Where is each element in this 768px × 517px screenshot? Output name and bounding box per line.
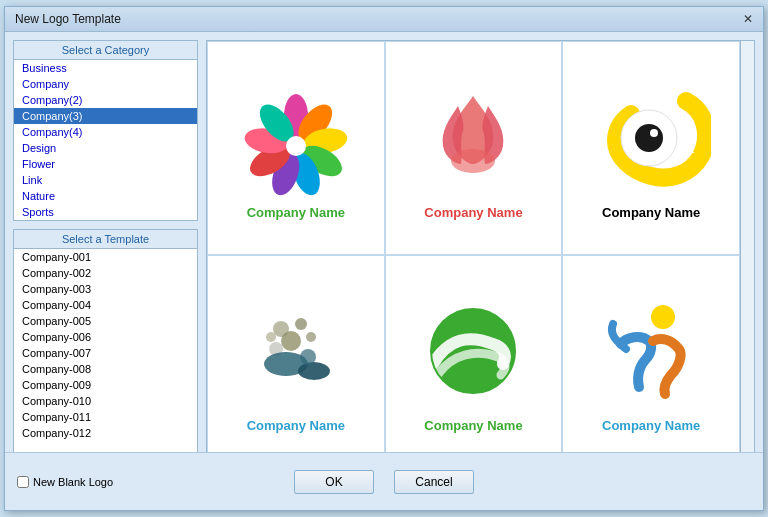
logo-graphic-1: [226, 81, 366, 201]
template-item[interactable]: Company-009: [14, 377, 197, 393]
template-item[interactable]: Company-002: [14, 265, 197, 281]
svg-point-12: [635, 124, 663, 152]
logo-name-5: Company Name: [424, 418, 522, 433]
category-label: Select a Category: [14, 41, 197, 60]
right-panel-scrollbar[interactable]: [740, 41, 754, 468]
logo-name-1: Company Name: [247, 205, 345, 220]
logo-graphic-3: [581, 81, 721, 201]
template-list-container: Company-001 Company-002 Company-003 Comp…: [14, 249, 197, 468]
close-button[interactable]: ✕: [743, 12, 753, 26]
logo-cell-1[interactable]: Company Name: [207, 41, 385, 255]
logo-cell-5[interactable]: Company Name: [385, 255, 563, 469]
logo-graphic-5: [403, 294, 543, 414]
svg-point-19: [266, 332, 276, 342]
category-item-design[interactable]: Design: [14, 140, 197, 156]
logo-cell-2[interactable]: Company Name: [385, 41, 563, 255]
cancel-button[interactable]: Cancel: [394, 470, 474, 494]
logo-grid: Company Name Company Name: [207, 41, 740, 468]
category-item-business[interactable]: Business: [14, 60, 197, 76]
svg-point-17: [281, 331, 301, 351]
new-logo-dialog: New Logo Template ✕ Select a Category Bu…: [4, 6, 764, 511]
category-section: Select a Category Business Company Compa…: [13, 40, 198, 221]
svg-point-25: [651, 305, 675, 329]
category-item-flower[interactable]: Flower: [14, 156, 197, 172]
logo-cell-4[interactable]: Company Name: [207, 255, 385, 469]
ok-button[interactable]: OK: [294, 470, 374, 494]
logo-name-3: Company Name: [602, 205, 700, 220]
template-list: Company-001 Company-002 Company-003 Comp…: [14, 249, 197, 468]
dialog-title: New Logo Template: [15, 12, 121, 26]
template-item[interactable]: Company-003: [14, 281, 197, 297]
left-panel: Select a Category Business Company Compa…: [13, 40, 198, 469]
template-item[interactable]: Company-005: [14, 313, 197, 329]
logo-graphic-6: [581, 294, 721, 414]
svg-point-16: [306, 332, 316, 342]
template-item[interactable]: Company-001: [14, 249, 197, 265]
template-item[interactable]: Company-007: [14, 345, 197, 361]
template-item[interactable]: Company-006: [14, 329, 197, 345]
dialog-footer: New Blank Logo OK Cancel: [5, 452, 763, 510]
svg-point-21: [298, 362, 330, 380]
logo-cell-3[interactable]: Company Name: [562, 41, 740, 255]
right-panel: Company Name Company Name: [206, 40, 755, 469]
dialog-titlebar: New Logo Template ✕: [5, 7, 763, 32]
category-item-nature[interactable]: Nature: [14, 188, 197, 204]
svg-point-13: [650, 129, 658, 137]
category-item-company[interactable]: Company: [14, 76, 197, 92]
template-item[interactable]: Company-004: [14, 297, 197, 313]
footer-left: New Blank Logo: [17, 476, 113, 488]
category-item-sports[interactable]: Sports: [14, 204, 197, 220]
category-item-company2[interactable]: Company(2): [14, 92, 197, 108]
svg-point-10: [451, 149, 495, 173]
category-list: Business Company Company(2) Company(3) C…: [14, 60, 197, 220]
new-blank-logo-checkbox[interactable]: [17, 476, 29, 488]
logo-name-2: Company Name: [424, 205, 522, 220]
logo-graphic-4: [226, 294, 366, 414]
logo-cell-6[interactable]: Company Name: [562, 255, 740, 469]
category-item-link[interactable]: Link: [14, 172, 197, 188]
svg-point-9: [286, 136, 306, 156]
dialog-body: Select a Category Business Company Compa…: [5, 32, 763, 477]
template-item[interactable]: Company-011: [14, 409, 197, 425]
logo-graphic-2: [403, 81, 543, 201]
svg-point-15: [295, 318, 307, 330]
template-section: Select a Template Company-001 Company-00…: [13, 229, 198, 469]
category-item-company3[interactable]: Company(3): [14, 108, 197, 124]
logo-name-6: Company Name: [602, 418, 700, 433]
category-item-company4[interactable]: Company(4): [14, 124, 197, 140]
template-item[interactable]: Company-008: [14, 361, 197, 377]
new-blank-logo-label: New Blank Logo: [33, 476, 113, 488]
logo-name-4: Company Name: [247, 418, 345, 433]
template-item[interactable]: Company-010: [14, 393, 197, 409]
template-item[interactable]: Company-012: [14, 425, 197, 441]
template-label: Select a Template: [14, 230, 197, 249]
svg-point-22: [300, 349, 316, 365]
